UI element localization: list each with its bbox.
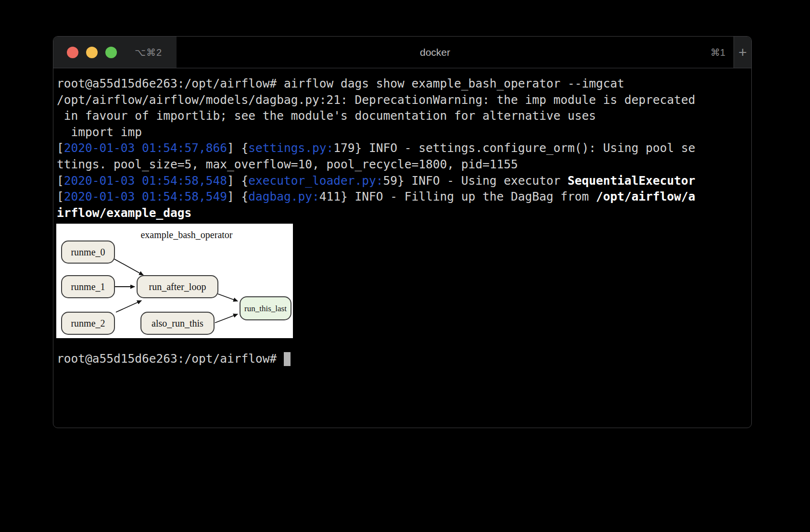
- dag-title: example_bash_operator: [140, 229, 232, 241]
- terminal-cursor: [284, 352, 291, 366]
- terminal-line: [2020-01-03 01:54:58,549] {dagbag.py:411…: [57, 189, 747, 205]
- dag-node-run_this_last: run_this_last: [240, 297, 291, 320]
- svg-text:run_after_loop: run_after_loop: [149, 281, 206, 292]
- svg-text:run_this_last: run_this_last: [244, 304, 287, 313]
- svg-text:runme_1: runme_1: [71, 281, 105, 292]
- terminal-line: /opt/airflow/airflow/models/dagbag.py:21…: [57, 92, 747, 108]
- tab-shortcut-2-label: ⌥⌘2: [135, 47, 162, 58]
- tab-shortcut-1-label: ⌘1: [710, 37, 725, 68]
- terminal-screen[interactable]: root@a55d15d6e263:/opt/airflow# airflow …: [53, 68, 751, 367]
- svg-text:runme_0: runme_0: [71, 247, 105, 257]
- terminal-window: ⌥⌘2 docker ⌘1 + root@a55d15d6e263:/opt/a…: [53, 36, 752, 428]
- tab-docker[interactable]: [177, 37, 734, 68]
- svg-text:runme_2: runme_2: [71, 318, 105, 329]
- tab-bar: ⌥⌘2 docker ⌘1 +: [53, 37, 751, 68]
- dag-node-runme_1: runme_1: [62, 276, 114, 298]
- prompt-row: root@a55d15d6e263:/opt/airflow#: [57, 351, 747, 367]
- prompt-text: root@a55d15d6e263:/opt/airflow#: [57, 351, 284, 367]
- zoom-button[interactable]: [105, 47, 117, 58]
- dag-node-runme_2: runme_2: [62, 312, 114, 334]
- tab-left-panel: ⌥⌘2: [53, 37, 177, 68]
- dag-node-also_run_this: also_run_this: [141, 312, 214, 334]
- traffic-lights: [53, 47, 117, 58]
- terminal-line: [2020-01-03 01:54:58,548] {executor_load…: [57, 173, 747, 189]
- terminal-line: ttings. pool_size=5, max_overflow=10, po…: [57, 156, 747, 173]
- terminal-line: in favour of importlib; see the module's…: [57, 108, 747, 124]
- close-button[interactable]: [67, 47, 78, 58]
- minimize-button[interactable]: [86, 47, 98, 58]
- terminal-line: irflow/example_dags: [57, 205, 747, 221]
- dag-node-runme_0: runme_0: [62, 241, 114, 263]
- dag-node-run_after_loop: run_after_loop: [137, 276, 218, 298]
- terminal-line: [2020-01-03 01:54:57,866] {settings.py:1…: [57, 140, 747, 156]
- dag-graph-image: example_bash_operator runme_0 runme_1 ru…: [56, 224, 293, 338]
- terminal-line: root@a55d15d6e263:/opt/airflow# airflow …: [57, 76, 747, 92]
- terminal-line: import imp: [57, 124, 747, 140]
- terminal-output: root@a55d15d6e263:/opt/airflow# airflow …: [57, 76, 747, 221]
- svg-text:also_run_this: also_run_this: [152, 318, 203, 329]
- new-tab-button[interactable]: +: [734, 37, 751, 68]
